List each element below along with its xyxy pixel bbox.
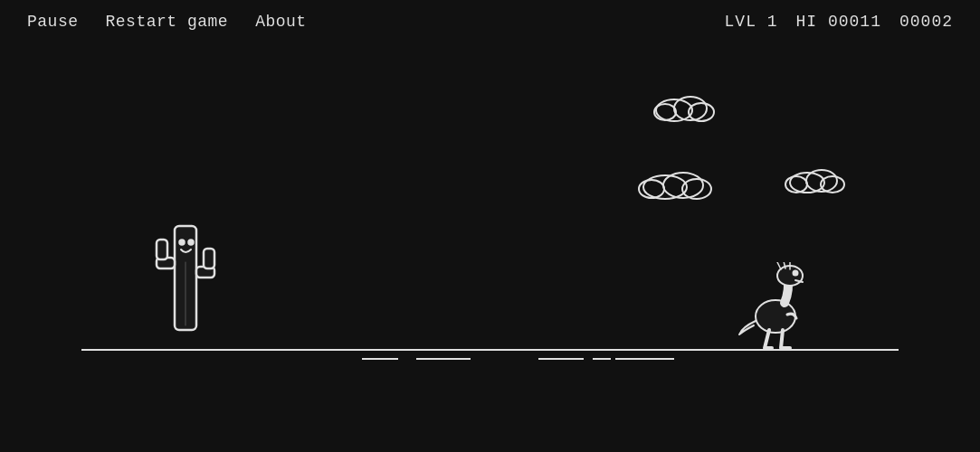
header: Pause Restart game About LVL 1 HI 00011 … (0, 0, 980, 43)
cloud-3 (780, 163, 848, 194)
svg-rect-14 (157, 240, 167, 259)
dino-character (737, 262, 814, 353)
cactus-character (149, 217, 222, 353)
svg-rect-16 (204, 249, 214, 268)
hi-score-display: HI 00011 (796, 13, 881, 31)
svg-point-6 (639, 180, 664, 198)
pause-button[interactable]: Pause (27, 13, 79, 31)
restart-game-button[interactable]: Restart game (106, 13, 229, 31)
game-area[interactable] (0, 43, 980, 432)
nav-left: Pause Restart game About (27, 13, 725, 31)
nav-right: LVL 1 HI 00011 00002 (725, 13, 953, 31)
svg-point-2 (654, 104, 676, 120)
svg-point-17 (180, 240, 185, 245)
svg-point-18 (189, 240, 194, 245)
svg-point-22 (794, 271, 798, 276)
ground-dashes (81, 359, 899, 360)
current-score-display: 00002 (899, 13, 953, 31)
cloud-2 (633, 165, 715, 200)
cloud-1 (647, 90, 719, 122)
level-display: LVL 1 (725, 13, 778, 31)
svg-point-20 (756, 300, 795, 333)
about-button[interactable]: About (255, 13, 307, 31)
